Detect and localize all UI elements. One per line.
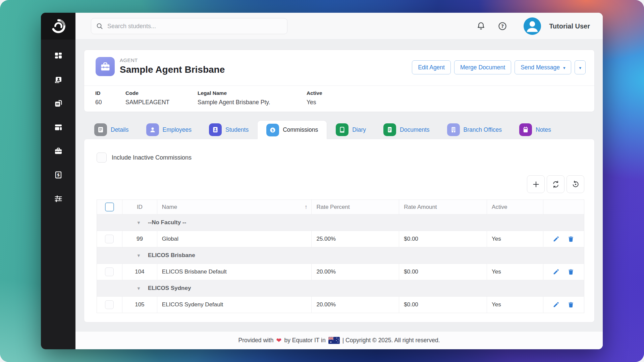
agent-info-active: Active Yes: [307, 90, 322, 106]
column-header-rate-percent[interactable]: Rate Percent: [312, 200, 399, 215]
footer-copyright: | Copyright © 2025. All right reserved.: [342, 337, 440, 344]
group-row-elicos-sydney: ▼ ELICOS Sydney: [97, 280, 584, 297]
app-logo[interactable]: [41, 13, 75, 40]
svg-text:?: ?: [501, 23, 504, 29]
sidebar-nav: $: [41, 40, 75, 203]
tab-diary-label: Diary: [352, 126, 366, 133]
send-message-button[interactable]: Send Message ▾: [515, 60, 571, 74]
group-name: --No Faculty --: [148, 219, 186, 226]
trash-icon: [568, 236, 574, 242]
column-header-id[interactable]: ID: [122, 200, 157, 215]
sidebar-item-layout[interactable]: [51, 123, 66, 132]
id-value: 60: [95, 99, 125, 106]
agent-card: AGENT Sample Agent Brisbane Edit Agent M…: [84, 50, 595, 112]
cell-rate-percent: 20.00%: [312, 264, 399, 280]
tab-details[interactable]: Details: [86, 120, 138, 139]
tab-commissions[interactable]: $ Commissions: [257, 120, 327, 139]
footer-text: by Equator IT in: [284, 337, 325, 344]
collapse-group-icon[interactable]: ▼: [137, 220, 141, 225]
tab-branch-offices-label: Branch Offices: [464, 126, 502, 133]
sidebar-item-dashboard[interactable]: [51, 52, 66, 60]
add-commission-button[interactable]: [527, 175, 545, 193]
app-footer: Provided with ❤ by Equator IT in: [75, 331, 603, 349]
row-checkbox[interactable]: [105, 300, 114, 309]
merge-document-button[interactable]: Merge Document: [454, 60, 511, 74]
briefcase-icon: [54, 147, 63, 156]
tab-notes[interactable]: Notes: [511, 120, 560, 139]
cell-name: ELICOS Brisbane Default: [157, 264, 312, 280]
divider: [84, 85, 594, 86]
column-header-name-label: Name: [162, 204, 177, 210]
select-all-checkbox[interactable]: [105, 202, 114, 212]
cell-id: 105: [122, 297, 157, 313]
edit-row-button[interactable]: [553, 268, 559, 275]
sidebar-item-settings[interactable]: [51, 194, 66, 203]
notifications-button[interactable]: [476, 21, 486, 31]
history-icon: [572, 180, 580, 188]
delete-row-button[interactable]: [568, 236, 574, 242]
footer-text: Provided with: [238, 337, 274, 344]
column-header-rate-amount[interactable]: Rate Amount: [399, 200, 487, 215]
documents-stack-icon: [54, 99, 63, 108]
avatar: [524, 17, 541, 35]
edit-row-button[interactable]: [553, 301, 559, 308]
bell-icon: [476, 21, 486, 31]
logo-swirl-icon: [50, 18, 67, 35]
agent-info-row: ID 60 Code SAMPLEAGENT Legal Name Sample…: [95, 90, 322, 106]
column-header-name[interactable]: Name ↑: [157, 200, 312, 215]
tab-students[interactable]: Students: [200, 120, 257, 139]
chevron-down-icon: ▾: [563, 66, 566, 70]
sidebar-item-invoices[interactable]: $: [51, 171, 66, 179]
pencil-icon: [553, 268, 559, 275]
agent-type-label: AGENT: [120, 57, 138, 63]
sidebar-item-agents[interactable]: [51, 147, 66, 156]
trash-icon: [568, 301, 574, 308]
tab-diary[interactable]: Diary: [327, 120, 375, 139]
australia-flag-icon: [328, 337, 340, 344]
layout-icon: [54, 123, 63, 132]
details-icon: [94, 123, 107, 136]
sort-ascending-icon[interactable]: ↑: [305, 203, 308, 210]
collapse-group-icon[interactable]: ▼: [137, 253, 141, 258]
more-actions-button[interactable]: ▾: [575, 60, 586, 74]
refresh-button[interactable]: [547, 175, 565, 193]
row-checkbox[interactable]: [105, 235, 114, 243]
tab-branch-offices[interactable]: Branch Offices: [438, 120, 511, 139]
delete-row-button[interactable]: [568, 301, 574, 308]
agent-info-code: Code SAMPLEAGENT: [125, 90, 198, 106]
app-window: $: [41, 13, 603, 349]
desktop-canvas: $: [0, 0, 644, 362]
collapse-group-icon[interactable]: ▼: [137, 286, 141, 291]
column-header-active[interactable]: Active: [487, 200, 543, 215]
agent-type-badge: [96, 57, 115, 76]
search-input[interactable]: [91, 18, 287, 34]
include-inactive-filter[interactable]: Include Inactive Commissions: [97, 153, 192, 163]
edit-row-button[interactable]: [553, 236, 559, 242]
delete-row-button[interactable]: [568, 268, 574, 275]
sidebar-item-contacts[interactable]: [51, 75, 66, 84]
invoice-icon: $: [54, 171, 63, 179]
edit-agent-label: Edit Agent: [418, 64, 445, 71]
table-row: 104 ELICOS Brisbane Default 20.00% $0.00…: [97, 264, 584, 280]
table-row: 105 ELICOS Sydeny Default 20.00% $0.00 Y…: [97, 297, 584, 313]
plus-icon: [532, 180, 540, 188]
user-menu[interactable]: Tutorial User: [524, 17, 590, 35]
tab-employees[interactable]: Employees: [138, 120, 201, 139]
row-checkbox[interactable]: [105, 267, 114, 276]
edit-agent-button[interactable]: Edit Agent: [412, 60, 451, 74]
help-button[interactable]: ?: [497, 21, 507, 31]
cell-name: Global: [157, 231, 312, 247]
documents-icon: [383, 123, 396, 136]
tab-documents[interactable]: Documents: [375, 120, 438, 139]
grid-toolbar: [527, 175, 584, 193]
search-wrap: [91, 18, 287, 34]
include-inactive-checkbox[interactable]: [97, 153, 107, 163]
students-icon: [209, 123, 222, 136]
cell-name: ELICOS Sydeny Default: [157, 297, 312, 313]
sidebar-item-documents[interactable]: [51, 99, 66, 108]
group-row-no-faculty: ▼ --No Faculty --: [97, 215, 584, 231]
commissions-icon: $: [266, 124, 279, 136]
history-button[interactable]: [567, 175, 584, 193]
agent-briefcase-icon: [100, 61, 111, 72]
merge-document-label: Merge Document: [460, 64, 505, 71]
